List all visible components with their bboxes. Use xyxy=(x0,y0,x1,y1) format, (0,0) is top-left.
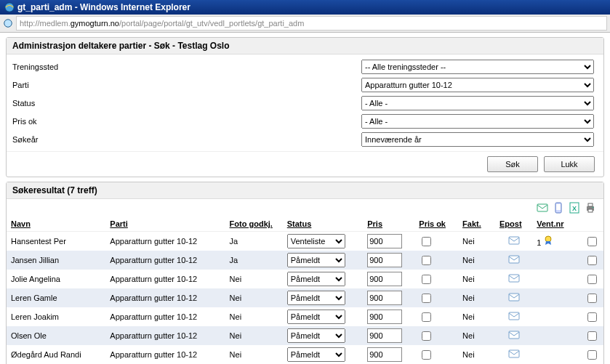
col-epost[interactable]: Epost xyxy=(495,217,532,232)
cell-parti: Apparatturn gutter 10-12 xyxy=(105,326,225,345)
email-icon[interactable] xyxy=(508,329,520,341)
cell-vent xyxy=(532,345,580,364)
email-icon[interactable] xyxy=(508,254,520,265)
row-prisok-checkbox[interactable] xyxy=(422,294,431,303)
col-fakt[interactable]: Fakt. xyxy=(458,217,495,232)
svg-rect-14 xyxy=(509,275,519,282)
svg-point-12 xyxy=(545,236,551,242)
email-icon[interactable] xyxy=(508,348,520,360)
row-status-select[interactable]: Venteliste xyxy=(287,234,345,248)
email-icon[interactable] xyxy=(508,291,520,303)
row-status-select[interactable]: Påmeldt xyxy=(287,272,345,286)
cell-fakt: Nei xyxy=(458,270,495,288)
cell-foto: Nei xyxy=(225,288,283,307)
vent-ribbon-icon xyxy=(543,235,553,246)
url-host-pre: medlem. xyxy=(40,19,71,28)
row-status-select[interactable]: Påmeldt xyxy=(287,291,345,305)
select-sokeaar[interactable]: Inneværende år xyxy=(361,132,594,147)
cell-foto: Ja xyxy=(225,232,283,251)
cell-vent xyxy=(532,307,580,326)
label-sokeaar: Søkeår xyxy=(12,135,361,144)
row-prisok-checkbox[interactable] xyxy=(422,350,431,360)
export-excel-icon[interactable]: X xyxy=(569,202,580,214)
row-status-select[interactable]: Påmeldt xyxy=(287,328,345,343)
cell-fakt: Nei xyxy=(458,307,495,326)
cell-foto: Ja xyxy=(225,251,283,270)
print-icon[interactable] xyxy=(585,202,596,214)
row-select-checkbox[interactable] xyxy=(587,256,597,265)
cell-navn: Ødegård Aud Randi xyxy=(7,345,105,364)
row-pris-input[interactable] xyxy=(367,291,402,305)
select-prisok[interactable]: - Alle - xyxy=(361,114,594,129)
email-all-icon[interactable] xyxy=(537,202,548,214)
cell-fakt: Nei xyxy=(458,345,495,364)
row-pris-input[interactable] xyxy=(367,347,402,362)
row-prisok-checkbox[interactable] xyxy=(422,256,431,265)
row-status-select[interactable]: Påmeldt xyxy=(287,347,345,362)
row-status-select[interactable]: Påmeldt xyxy=(287,310,345,324)
row-select-checkbox[interactable] xyxy=(587,237,597,246)
url-proto: http:// xyxy=(20,19,40,28)
cell-fakt: Nei xyxy=(458,326,495,345)
email-icon[interactable] xyxy=(508,272,520,284)
row-pris-input[interactable] xyxy=(367,272,402,286)
row-prisok-checkbox[interactable] xyxy=(422,312,431,322)
row-select-checkbox[interactable] xyxy=(587,331,597,341)
col-pris[interactable]: Pris xyxy=(363,217,414,232)
sms-icon[interactable] xyxy=(553,202,564,214)
row-select-checkbox[interactable] xyxy=(587,275,597,284)
svg-rect-13 xyxy=(509,256,519,263)
row-prisok-checkbox[interactable] xyxy=(422,275,431,284)
row-select-checkbox[interactable] xyxy=(587,312,597,322)
cell-navn: Jolie Angelina xyxy=(7,270,105,288)
row-select-checkbox[interactable] xyxy=(587,294,597,303)
email-icon[interactable] xyxy=(508,310,520,322)
col-parti[interactable]: Parti xyxy=(105,217,225,232)
col-vent[interactable]: Vent.nr xyxy=(532,217,580,232)
row-status-select[interactable]: Påmeldt xyxy=(287,253,345,267)
cell-vent xyxy=(532,326,580,345)
svg-rect-4 xyxy=(556,204,561,210)
cell-vent xyxy=(532,270,580,288)
select-treningssted[interactable]: -- Alle treningssteder -- xyxy=(361,60,594,74)
results-panel-header: Søkeresultat (7 treff) xyxy=(7,182,603,199)
row-pris-input[interactable] xyxy=(367,328,402,343)
row-pris-input[interactable] xyxy=(367,310,402,324)
svg-point-10 xyxy=(593,207,594,209)
table-row: Ødegård Aud RandiApparatturn gutter 10-1… xyxy=(7,345,603,364)
address-bar-row: http://medlem.gymogturn.no/portal/page/p… xyxy=(0,15,610,33)
page-icon xyxy=(3,18,13,28)
col-navn[interactable]: Navn xyxy=(7,217,105,232)
email-icon[interactable] xyxy=(508,235,520,246)
cell-foto: Nei xyxy=(225,307,283,326)
cell-foto: Nei xyxy=(225,326,283,345)
results-panel: Søkeresultat (7 treff) X Navn Parti Foto… xyxy=(6,182,604,364)
cell-vent xyxy=(532,251,580,270)
col-status[interactable]: Status xyxy=(283,217,363,232)
url-host-main: gymogturn.no xyxy=(71,19,119,28)
row-prisok-checkbox[interactable] xyxy=(422,331,431,341)
close-button[interactable]: Lukk xyxy=(544,156,595,172)
table-row: Olsen OleApparatturn gutter 10-12NeiPåme… xyxy=(7,326,603,345)
table-row: Jolie AngelinaApparatturn gutter 10-12Ne… xyxy=(7,270,603,288)
row-pris-input[interactable] xyxy=(367,253,402,267)
label-status: Status xyxy=(12,99,361,108)
search-panel-header: Administrasjon deltakere partier - Søk -… xyxy=(7,38,603,54)
col-foto[interactable]: Foto godkj. xyxy=(225,217,283,232)
label-treningssted: Treningssted xyxy=(12,62,361,71)
label-parti: Parti xyxy=(12,81,361,89)
select-status[interactable]: - Alle - xyxy=(361,96,594,110)
address-input[interactable]: http://medlem.gymogturn.no/portal/page/p… xyxy=(16,16,607,31)
col-prisok[interactable]: Pris ok xyxy=(414,217,458,232)
results-table: Navn Parti Foto godkj. Status Pris Pris … xyxy=(7,217,603,364)
svg-rect-11 xyxy=(509,237,519,244)
row-prisok-checkbox[interactable] xyxy=(422,237,431,246)
row-select-checkbox[interactable] xyxy=(587,350,597,360)
search-button[interactable]: Søk xyxy=(487,156,538,172)
cell-parti: Apparatturn gutter 10-12 xyxy=(105,307,225,326)
row-pris-input[interactable] xyxy=(367,234,402,248)
svg-point-0 xyxy=(5,3,14,12)
select-parti[interactable]: Apparatturn gutter 10-12 xyxy=(361,78,594,92)
search-panel: Administrasjon deltakere partier - Søk -… xyxy=(6,37,604,177)
cell-navn: Leren Gamle xyxy=(7,288,105,307)
